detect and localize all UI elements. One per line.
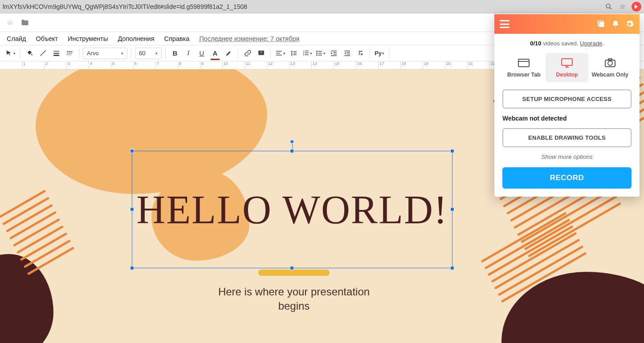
mode-label: Browser Tab: [507, 72, 541, 78]
svg-point-0: [606, 4, 610, 8]
bulleted-list[interactable]: ▾: [314, 48, 326, 59]
slide-title[interactable]: HELLO WORLD!: [136, 188, 448, 232]
line-spacing[interactable]: [288, 48, 299, 59]
font-size-value: 60: [139, 50, 145, 56]
svg-rect-25: [305, 51, 309, 51]
mode-desktop[interactable]: Desktop: [546, 53, 589, 82]
svg-rect-49: [518, 59, 529, 67]
align[interactable]: ▾: [274, 48, 286, 59]
line-dash[interactable]: [64, 48, 75, 59]
library-icon[interactable]: [597, 20, 606, 28]
resize-handle[interactable]: [450, 149, 454, 153]
resize-handle[interactable]: [130, 149, 134, 153]
svg-rect-18: [276, 51, 282, 52]
fill-color[interactable]: [24, 48, 35, 59]
resize-handle[interactable]: [130, 266, 134, 270]
input-tools[interactable]: Ру▾: [374, 48, 385, 59]
decor-stripes: [475, 236, 591, 290]
mode-webcam[interactable]: Webcam Only: [588, 53, 632, 82]
resize-handle[interactable]: [290, 266, 294, 270]
resize-handle[interactable]: [450, 266, 454, 270]
zoom-icon[interactable]: [605, 3, 613, 11]
svg-rect-5: [53, 51, 59, 52]
title-textbox[interactable]: HELLO WORLD!: [132, 151, 452, 268]
svg-rect-20: [276, 55, 282, 55]
last-edit-link[interactable]: Последнее изменение: 7 октября: [199, 35, 299, 42]
underline-button[interactable]: U: [196, 48, 208, 59]
show-more-options[interactable]: Show more options: [502, 153, 632, 160]
menu-addons[interactable]: Дополнения: [118, 35, 154, 42]
font-size-select[interactable]: 60▾: [135, 48, 162, 59]
bell-icon[interactable]: [611, 20, 620, 28]
svg-text:+: +: [260, 50, 262, 55]
svg-point-4: [31, 54, 33, 56]
browser-tab-icon: [518, 57, 530, 68]
saved-count: 0/10: [530, 40, 541, 47]
slide-subtitle[interactable]: Here is where your presentation begins: [205, 285, 383, 314]
svg-rect-39: [331, 55, 337, 56]
bold-button[interactable]: B: [169, 48, 181, 59]
browser-chrome: lmXYfsVkHCOVm9g8UYWq_QgWPj8S4sYIriTcJ0IT…: [0, 0, 644, 13]
decor-stripes: [0, 203, 94, 274]
svg-rect-12: [67, 54, 67, 55]
svg-point-34: [316, 54, 318, 56]
line-weight[interactable]: [50, 48, 62, 59]
mode-selector: Browser Tab Desktop Webcam Only: [502, 53, 632, 82]
svg-rect-31: [318, 51, 322, 52]
star-icon[interactable]: ☆: [618, 3, 626, 11]
resize-handle[interactable]: [290, 149, 294, 153]
star-outline-icon[interactable]: ☆: [5, 18, 14, 27]
gear-icon[interactable]: [625, 20, 634, 28]
svg-rect-44: [344, 55, 350, 56]
mode-label: Desktop: [556, 72, 578, 78]
insert-comment[interactable]: +: [255, 48, 267, 59]
setup-microphone-button[interactable]: SETUP MICROPHONE ACCESS: [502, 89, 632, 109]
svg-rect-38: [333, 54, 336, 54]
resize-handle[interactable]: [450, 207, 454, 211]
svg-rect-43: [346, 54, 350, 54]
enable-drawing-button[interactable]: ENABLE DRAWING TOOLS: [502, 128, 632, 147]
svg-rect-42: [346, 52, 350, 52]
svg-rect-10: [69, 53, 70, 53]
italic-button[interactable]: I: [183, 48, 194, 59]
line-color[interactable]: [37, 48, 49, 59]
videos-saved-text: 0/10 videos saved. Upgrade.: [502, 40, 632, 47]
camera-icon: [604, 57, 616, 68]
menu-slide[interactable]: Слайд: [7, 35, 26, 42]
indent-increase[interactable]: [341, 48, 353, 59]
period: .: [602, 40, 604, 47]
svg-rect-51: [562, 59, 572, 65]
folder-icon[interactable]: [20, 18, 29, 27]
menu-help[interactable]: Справка: [164, 35, 190, 42]
upgrade-link[interactable]: Upgrade: [580, 40, 602, 47]
svg-rect-35: [318, 55, 322, 55]
svg-rect-11: [70, 53, 72, 53]
clear-formatting[interactable]: [355, 48, 366, 59]
svg-point-32: [316, 52, 318, 54]
select-tool[interactable]: ▾: [4, 48, 16, 59]
highlight-color[interactable]: [223, 48, 234, 59]
decor-accent: [258, 270, 330, 276]
svg-text:3: 3: [303, 54, 304, 56]
svg-rect-8: [67, 51, 73, 52]
text-color[interactable]: A: [209, 48, 221, 59]
svg-rect-13: [68, 54, 68, 55]
record-button[interactable]: RECORD: [502, 167, 632, 189]
indent-decrease[interactable]: [328, 48, 339, 59]
menu-tools[interactable]: Инструменты: [68, 35, 108, 42]
insert-link[interactable]: [242, 48, 253, 59]
font-family-select[interactable]: Arvo▾: [83, 48, 127, 59]
menu-object[interactable]: Объект: [36, 35, 58, 42]
mode-browser-tab[interactable]: Browser Tab: [502, 53, 546, 82]
svg-rect-37: [333, 52, 336, 52]
recorder-panel: 0/10 videos saved. Upgrade. Browser Tab …: [494, 14, 640, 197]
numbered-list[interactable]: 123▾: [301, 48, 313, 59]
extension-icon[interactable]: [632, 2, 641, 12]
svg-rect-27: [305, 52, 309, 53]
webcam-status: Webcam not detected: [502, 115, 632, 122]
menu-icon[interactable]: [500, 20, 509, 28]
svg-rect-6: [53, 53, 59, 54]
resize-handle[interactable]: [130, 207, 134, 211]
rotate-handle[interactable]: [290, 140, 294, 144]
desktop-icon: [561, 57, 573, 68]
